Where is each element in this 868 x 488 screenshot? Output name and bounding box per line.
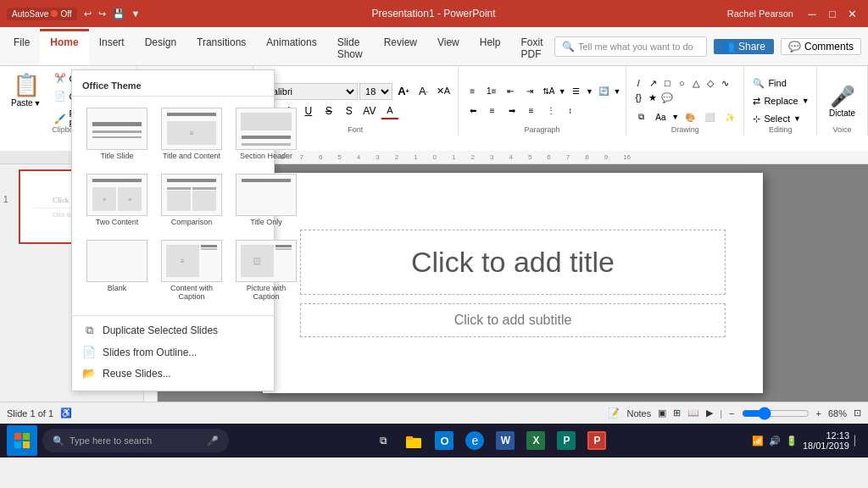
tab-home[interactable]: Home — [40, 29, 88, 65]
align-left-button[interactable]: ⬅ — [464, 103, 482, 119]
zoom-level[interactable]: 68% — [828, 408, 847, 419]
font-color-button[interactable]: A — [381, 103, 399, 119]
diamond-shape[interactable]: ◇ — [704, 76, 717, 90]
paste-button[interactable]: 📋 Paste ▼ — [5, 69, 47, 132]
close-button[interactable]: ✕ — [844, 5, 861, 22]
shape-outline-button[interactable]: ⬜ — [701, 108, 719, 125]
columns-button[interactable]: ⋮ — [542, 103, 560, 119]
minimize-button[interactable]: ─ — [804, 5, 821, 22]
slide-subtitle-area[interactable]: Click to add subtitle — [300, 303, 726, 337]
align-center-button[interactable]: ≡ — [483, 103, 502, 119]
convert-smartart-button[interactable]: 🔄 — [594, 83, 612, 100]
layout-title-only[interactable]: Title Only — [231, 169, 301, 230]
layout-title-slide[interactable]: Title Slide — [82, 103, 152, 164]
slide-canvas[interactable]: Click to add title Click to add subtitle — [263, 173, 763, 393]
triangle-shape[interactable]: △ — [689, 76, 703, 90]
view-slideshow-icon[interactable]: ▶ — [706, 408, 713, 419]
increase-indent-button[interactable]: ⇥ — [520, 83, 538, 100]
autosave-indicator[interactable]: AutoSave Off — [7, 8, 77, 20]
decrease-font-button[interactable]: A- — [415, 83, 433, 100]
increase-font-button[interactable]: A+ — [394, 83, 413, 100]
tab-help[interactable]: Help — [470, 29, 511, 65]
find-button[interactable]: 🔍 Find — [749, 76, 811, 91]
select-button[interactable]: ⊹ Select ▼ — [749, 112, 811, 126]
tab-insert[interactable]: Insert — [89, 29, 135, 65]
slide-title-area[interactable]: Click to add title — [300, 230, 726, 295]
view-reading-icon[interactable]: 📖 — [687, 408, 699, 419]
redo-icon[interactable]: ↪ — [98, 8, 106, 19]
layout-comparison[interactable]: Comparison — [157, 169, 226, 230]
microphone-taskbar-icon[interactable]: 🎤 — [207, 435, 219, 446]
decrease-indent-button[interactable]: ⇤ — [502, 83, 520, 100]
select-dropdown[interactable]: ▼ — [793, 114, 801, 123]
rect-shape[interactable]: □ — [660, 76, 674, 90]
show-desktop-icon[interactable]: ▏ — [854, 435, 861, 446]
shape-fill-button[interactable]: 🎨 — [681, 108, 698, 125]
underline-button[interactable]: U — [299, 103, 318, 119]
taskbar-search[interactable]: 🔍 Type here to search 🎤 — [42, 429, 229, 452]
save-icon[interactable]: 💾 — [113, 8, 125, 19]
callout-shape[interactable]: 💬 — [660, 91, 674, 104]
tab-review[interactable]: Review — [374, 29, 427, 65]
align-right-button[interactable]: ➡ — [503, 103, 521, 119]
strikethrough-button[interactable]: S — [320, 103, 338, 119]
customize-qat-icon[interactable]: ▼ — [131, 8, 141, 19]
arrow-shape[interactable]: ↗ — [646, 76, 659, 90]
volume-icon[interactable]: 🔊 — [769, 435, 781, 446]
bullets-button[interactable]: ≡ — [464, 83, 481, 100]
clear-format-button[interactable]: ✕A — [434, 83, 453, 100]
star-shape[interactable]: ★ — [646, 91, 659, 104]
convert-smartart-dropdown[interactable]: ▼ — [613, 87, 620, 96]
quick-styles-dropdown[interactable]: ▼ — [671, 113, 679, 121]
char-spacing-button[interactable]: AV — [360, 103, 379, 119]
shadow-button[interactable]: S — [340, 103, 359, 119]
layout-two-content[interactable]: ≡ ≡ Two Content — [82, 169, 152, 230]
shape-effects-button[interactable]: ✨ — [721, 108, 738, 125]
arrange-button[interactable]: ⧉ — [632, 108, 649, 125]
tab-slideshow[interactable]: Slide Show — [327, 29, 374, 65]
align-text-dropdown[interactable]: ▼ — [586, 87, 593, 96]
numbering-button[interactable]: 1≡ — [482, 83, 500, 100]
layout-section-header[interactable]: Section Header — [231, 103, 301, 164]
excel-icon[interactable]: X — [522, 427, 549, 454]
outlook-icon[interactable]: O — [431, 427, 458, 454]
tab-file[interactable]: File — [3, 29, 40, 65]
tab-transitions[interactable]: Transitions — [186, 29, 256, 65]
view-normal-icon[interactable]: ▣ — [658, 408, 666, 419]
zoom-in-icon[interactable]: + — [816, 408, 821, 419]
undo-icon[interactable]: ↩ — [84, 8, 92, 19]
layout-title-content[interactable]: ≡ Title and Content — [157, 103, 226, 164]
font-size-select[interactable]: 18 — [359, 83, 392, 100]
battery-icon[interactable]: 🔋 — [786, 435, 798, 446]
file-explorer-icon[interactable] — [400, 427, 427, 454]
align-text-button[interactable]: ☰ — [567, 83, 585, 100]
publisher-icon[interactable]: P — [553, 427, 580, 454]
dictate-button[interactable]: 🎤 Dictate — [822, 85, 862, 118]
fit-slide-icon[interactable]: ⊡ — [854, 408, 861, 419]
slides-from-outline-item[interactable]: 📄 Slides from Outline... — [72, 341, 274, 363]
layout-content-caption[interactable]: ≡ Content with Caption — [157, 236, 226, 305]
reuse-slides-item[interactable]: 📂 Reuse Slides... — [72, 363, 274, 384]
layout-blank[interactable]: Blank — [82, 236, 152, 305]
edge-icon[interactable]: e — [461, 427, 488, 454]
replace-dropdown[interactable]: ▼ — [802, 97, 810, 105]
tab-design[interactable]: Design — [135, 29, 186, 65]
notes-label[interactable]: Notes — [626, 408, 651, 419]
restore-button[interactable]: □ — [824, 5, 841, 22]
comments-button[interactable]: 💬 Comments — [781, 38, 861, 55]
text-direction-dropdown[interactable]: ▼ — [559, 87, 566, 96]
zoom-out-icon[interactable]: − — [729, 408, 734, 419]
bracket-shape[interactable]: {} — [632, 91, 645, 104]
tab-foxitpdf[interactable]: Foxit PDF — [510, 29, 554, 65]
network-icon[interactable]: 📶 — [752, 435, 764, 446]
paste-dropdown-icon[interactable]: ▼ — [34, 99, 42, 108]
line-shape[interactable]: / — [632, 76, 645, 90]
replace-button[interactable]: ⇄ Replace ▼ — [749, 94, 811, 108]
ribbon-search[interactable]: 🔍 Tell me what you want to do — [554, 36, 707, 57]
line-spacing-button[interactable]: ↕ — [561, 103, 580, 119]
powerpoint-icon[interactable]: P — [583, 427, 610, 454]
layout-picture-caption[interactable]: 🖼 Picture with Caption — [231, 236, 301, 305]
word-icon[interactable]: W — [492, 427, 519, 454]
share-button[interactable]: 👥 Share — [714, 39, 774, 54]
zoom-slider[interactable] — [742, 407, 810, 420]
